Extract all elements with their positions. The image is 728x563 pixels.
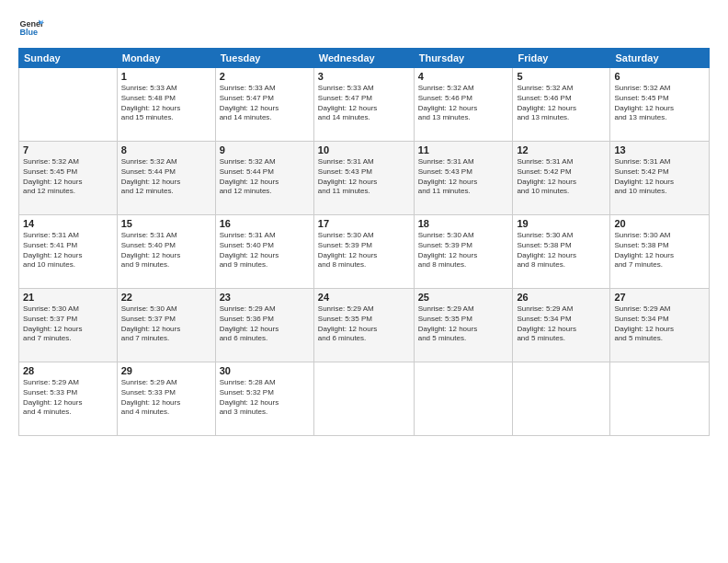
calendar-cell: 17Sunrise: 5:30 AM Sunset: 5:39 PM Dayli… [313,215,414,289]
calendar-cell [414,362,513,436]
day-info: Sunrise: 5:31 AM Sunset: 5:42 PM Dayligh… [614,157,705,197]
day-number: 25 [418,292,509,303]
day-number: 24 [318,292,410,303]
calendar-day-header: Sunday [19,49,118,68]
day-number: 6 [614,71,705,82]
calendar-day-header: Tuesday [215,49,313,68]
calendar-day-header: Thursday [414,49,513,68]
day-info: Sunrise: 5:32 AM Sunset: 5:45 PM Dayligh… [23,157,113,197]
calendar-cell: 16Sunrise: 5:31 AM Sunset: 5:40 PM Dayli… [215,215,313,289]
calendar-header-row: SundayMondayTuesdayWednesdayThursdayFrid… [19,49,710,68]
calendar-cell: 22Sunrise: 5:30 AM Sunset: 5:37 PM Dayli… [117,289,215,362]
calendar-cell: 24Sunrise: 5:29 AM Sunset: 5:35 PM Dayli… [313,289,414,362]
calendar-cell: 14Sunrise: 5:31 AM Sunset: 5:41 PM Dayli… [19,215,118,289]
day-number: 13 [614,144,705,155]
day-info: Sunrise: 5:32 AM Sunset: 5:44 PM Dayligh… [121,157,211,197]
day-number: 17 [318,218,410,229]
calendar-cell: 12Sunrise: 5:31 AM Sunset: 5:42 PM Dayli… [513,142,610,215]
day-number: 27 [614,292,705,303]
calendar-cell: 25Sunrise: 5:29 AM Sunset: 5:35 PM Dayli… [414,289,513,362]
calendar-day-header: Monday [117,49,215,68]
day-number: 11 [418,144,509,155]
day-number: 16 [220,218,310,229]
calendar-cell [610,362,710,436]
calendar-week-row: 21Sunrise: 5:30 AM Sunset: 5:37 PM Dayli… [19,289,710,362]
calendar-cell [313,362,414,436]
day-info: Sunrise: 5:29 AM Sunset: 5:35 PM Dayligh… [318,304,410,344]
day-info: Sunrise: 5:31 AM Sunset: 5:43 PM Dayligh… [318,157,410,197]
calendar-cell: 2Sunrise: 5:33 AM Sunset: 5:47 PM Daylig… [215,68,313,142]
day-number: 28 [23,365,113,376]
day-number: 18 [418,218,509,229]
calendar-cell: 18Sunrise: 5:30 AM Sunset: 5:39 PM Dayli… [414,215,513,289]
calendar-cell: 15Sunrise: 5:31 AM Sunset: 5:40 PM Dayli… [117,215,215,289]
day-info: Sunrise: 5:33 AM Sunset: 5:48 PM Dayligh… [121,84,211,123]
calendar-cell: 1Sunrise: 5:33 AM Sunset: 5:48 PM Daylig… [117,68,215,142]
day-number: 26 [517,292,606,303]
calendar-cell: 7Sunrise: 5:32 AM Sunset: 5:45 PM Daylig… [19,142,118,215]
day-number: 21 [23,292,113,303]
day-number: 9 [220,144,310,155]
calendar-cell: 30Sunrise: 5:28 AM Sunset: 5:32 PM Dayli… [215,362,313,436]
day-number: 1 [121,71,211,82]
day-info: Sunrise: 5:29 AM Sunset: 5:33 PM Dayligh… [121,378,211,418]
day-number: 20 [614,218,705,229]
page-header: General Blue [18,15,710,40]
calendar-cell: 27Sunrise: 5:29 AM Sunset: 5:34 PM Dayli… [610,289,710,362]
calendar-cell: 23Sunrise: 5:29 AM Sunset: 5:36 PM Dayli… [215,289,313,362]
day-info: Sunrise: 5:30 AM Sunset: 5:37 PM Dayligh… [23,304,113,344]
day-info: Sunrise: 5:29 AM Sunset: 5:36 PM Dayligh… [220,304,310,344]
day-info: Sunrise: 5:29 AM Sunset: 5:33 PM Dayligh… [23,378,113,418]
svg-text:Blue: Blue [19,28,38,37]
calendar-cell: 19Sunrise: 5:30 AM Sunset: 5:38 PM Dayli… [513,215,610,289]
calendar-day-header: Friday [513,49,610,68]
calendar-cell: 11Sunrise: 5:31 AM Sunset: 5:43 PM Dayli… [414,142,513,215]
calendar-day-header: Wednesday [313,49,414,68]
logo-icon: General Blue [18,15,44,40]
day-number: 7 [23,144,113,155]
calendar-cell: 8Sunrise: 5:32 AM Sunset: 5:44 PM Daylig… [117,142,215,215]
calendar-cell [19,68,118,142]
day-info: Sunrise: 5:32 AM Sunset: 5:46 PM Dayligh… [517,84,606,123]
day-info: Sunrise: 5:31 AM Sunset: 5:40 PM Dayligh… [220,231,310,270]
calendar-cell: 6Sunrise: 5:32 AM Sunset: 5:45 PM Daylig… [610,68,710,142]
day-number: 8 [121,144,211,155]
calendar-week-row: 7Sunrise: 5:32 AM Sunset: 5:45 PM Daylig… [19,142,710,215]
day-info: Sunrise: 5:33 AM Sunset: 5:47 PM Dayligh… [220,84,310,123]
calendar-cell: 26Sunrise: 5:29 AM Sunset: 5:34 PM Dayli… [513,289,610,362]
calendar-cell: 4Sunrise: 5:32 AM Sunset: 5:46 PM Daylig… [414,68,513,142]
calendar-day-header: Saturday [610,49,710,68]
day-info: Sunrise: 5:30 AM Sunset: 5:37 PM Dayligh… [121,304,211,344]
day-number: 3 [318,71,410,82]
calendar-table: SundayMondayTuesdayWednesdayThursdayFrid… [18,48,710,436]
day-number: 19 [517,218,606,229]
calendar-cell: 3Sunrise: 5:33 AM Sunset: 5:47 PM Daylig… [313,68,414,142]
day-info: Sunrise: 5:29 AM Sunset: 5:34 PM Dayligh… [517,304,606,344]
day-info: Sunrise: 5:30 AM Sunset: 5:38 PM Dayligh… [517,231,606,270]
day-number: 12 [517,144,606,155]
day-number: 30 [220,365,310,376]
day-info: Sunrise: 5:32 AM Sunset: 5:46 PM Dayligh… [418,84,509,123]
calendar-cell: 9Sunrise: 5:32 AM Sunset: 5:44 PM Daylig… [215,142,313,215]
day-number: 10 [318,144,410,155]
day-info: Sunrise: 5:31 AM Sunset: 5:41 PM Dayligh… [23,231,113,270]
day-info: Sunrise: 5:30 AM Sunset: 5:39 PM Dayligh… [418,231,509,270]
calendar-week-row: 28Sunrise: 5:29 AM Sunset: 5:33 PM Dayli… [19,362,710,436]
day-info: Sunrise: 5:32 AM Sunset: 5:45 PM Dayligh… [614,84,705,123]
day-info: Sunrise: 5:31 AM Sunset: 5:42 PM Dayligh… [517,157,606,197]
day-number: 22 [121,292,211,303]
day-info: Sunrise: 5:31 AM Sunset: 5:43 PM Dayligh… [418,157,509,197]
day-info: Sunrise: 5:30 AM Sunset: 5:39 PM Dayligh… [318,231,410,270]
day-number: 5 [517,71,606,82]
calendar-cell: 10Sunrise: 5:31 AM Sunset: 5:43 PM Dayli… [313,142,414,215]
calendar-cell: 20Sunrise: 5:30 AM Sunset: 5:38 PM Dayli… [610,215,710,289]
calendar-cell [513,362,610,436]
day-number: 29 [121,365,211,376]
day-info: Sunrise: 5:29 AM Sunset: 5:35 PM Dayligh… [418,304,509,344]
day-info: Sunrise: 5:30 AM Sunset: 5:38 PM Dayligh… [614,231,705,270]
day-number: 15 [121,218,211,229]
day-number: 2 [220,71,310,82]
calendar-cell: 28Sunrise: 5:29 AM Sunset: 5:33 PM Dayli… [19,362,118,436]
calendar-week-row: 14Sunrise: 5:31 AM Sunset: 5:41 PM Dayli… [19,215,710,289]
day-info: Sunrise: 5:28 AM Sunset: 5:32 PM Dayligh… [220,378,310,418]
